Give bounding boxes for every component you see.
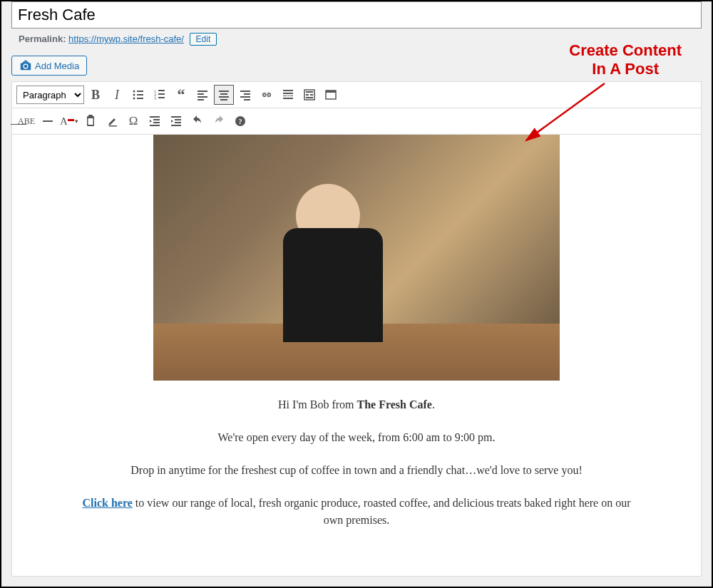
svg-rect-22 [244, 93, 250, 95]
special-char-button[interactable]: Ω [123, 111, 143, 131]
link-button[interactable] [257, 85, 277, 105]
svg-point-1 [133, 91, 135, 93]
editor-content-area[interactable]: Hi I'm Bob from The Fresh Cafe. We're op… [11, 135, 702, 577]
horizontal-rule-button[interactable] [38, 111, 58, 131]
svg-rect-23 [240, 96, 250, 98]
strikethrough-button[interactable]: ABE [16, 111, 36, 131]
post-paragraph-4[interactable]: Click here to view our range of local, f… [76, 495, 637, 529]
svg-rect-44 [153, 122, 160, 123]
add-media-label: Add Media [35, 61, 79, 71]
insert-more-button[interactable] [278, 85, 298, 105]
align-left-button[interactable] [193, 85, 212, 105]
svg-rect-2 [137, 91, 143, 92]
svg-rect-34 [310, 94, 313, 96]
svg-rect-8 [158, 90, 165, 91]
text-color-button[interactable]: A▾ [59, 111, 79, 131]
post-paragraph-1[interactable]: Hi I'm Bob from The Fresh Cafe. [76, 396, 637, 413]
svg-rect-17 [219, 91, 229, 92]
svg-rect-38 [43, 120, 53, 122]
bold-button[interactable]: B [86, 85, 106, 105]
svg-rect-6 [137, 98, 143, 99]
undo-button[interactable] [188, 111, 207, 131]
svg-rect-48 [175, 122, 181, 123]
svg-rect-4 [137, 94, 143, 96]
add-media-button[interactable]: Add Media [11, 56, 87, 76]
svg-point-5 [133, 98, 135, 100]
svg-rect-43 [153, 119, 160, 120]
outdent-button[interactable] [145, 111, 165, 131]
help-button[interactable]: ? [230, 111, 250, 131]
post-paragraph-2[interactable]: We're open every day of the week, from 6… [76, 429, 637, 446]
svg-rect-24 [244, 99, 250, 100]
svg-rect-35 [306, 97, 313, 98]
svg-rect-49 [171, 125, 181, 126]
svg-rect-40 [88, 115, 93, 117]
svg-rect-25 [283, 90, 293, 91]
align-right-button[interactable] [235, 85, 255, 105]
svg-rect-28 [287, 96, 289, 96]
svg-rect-46 [171, 116, 181, 118]
post-image[interactable] [153, 135, 560, 381]
svg-rect-12 [158, 97, 165, 98]
svg-rect-45 [150, 125, 160, 126]
italic-button[interactable]: I [107, 85, 127, 105]
svg-rect-37 [326, 91, 336, 93]
svg-text:?: ? [239, 118, 242, 125]
svg-rect-30 [283, 98, 293, 99]
svg-rect-32 [306, 91, 313, 93]
post-title-input[interactable] [11, 1, 702, 29]
svg-rect-29 [290, 96, 293, 96]
svg-rect-20 [220, 99, 227, 100]
bullet-list-button[interactable] [128, 85, 148, 105]
permalink-label: Permalink: [19, 33, 66, 44]
svg-rect-27 [283, 96, 287, 96]
clear-formatting-button[interactable] [102, 111, 122, 131]
editor-toolbar: Paragraph B I 123 “ ABE A▾ Ω ? [11, 81, 702, 135]
format-select[interactable]: Paragraph [16, 86, 84, 104]
svg-text:3: 3 [154, 96, 156, 100]
svg-rect-33 [306, 94, 309, 96]
svg-rect-10 [158, 93, 165, 95]
post-paragraph-3[interactable]: Drop in anytime for the freshest cup of … [76, 462, 637, 479]
svg-rect-15 [198, 96, 207, 98]
svg-rect-42 [150, 116, 160, 118]
paste-text-button[interactable] [81, 111, 101, 131]
align-center-button[interactable] [214, 85, 234, 105]
camera-icon [19, 59, 32, 72]
redo-button[interactable] [209, 111, 229, 131]
permalink-edit-button[interactable]: Edit [190, 33, 217, 46]
svg-rect-41 [88, 118, 93, 125]
svg-rect-13 [198, 91, 207, 92]
svg-point-0 [22, 63, 24, 65]
toolbar-toggle-button[interactable] [299, 85, 319, 105]
svg-rect-16 [198, 99, 204, 100]
svg-rect-18 [220, 93, 227, 95]
permalink-row: Permalink: https://mywp.site/fresh-cafe/… [1, 29, 712, 47]
blockquote-button[interactable]: “ [171, 85, 191, 105]
indent-button[interactable] [166, 111, 186, 131]
svg-rect-21 [240, 91, 250, 92]
fullscreen-button[interactable] [321, 85, 341, 105]
numbered-list-button[interactable]: 123 [150, 85, 170, 105]
svg-rect-19 [219, 96, 229, 98]
svg-rect-14 [198, 93, 204, 95]
svg-rect-47 [175, 119, 181, 120]
click-here-link[interactable]: Click here [82, 497, 132, 509]
permalink-url[interactable]: https://mywp.site/fresh-cafe/ [68, 33, 184, 44]
svg-point-3 [133, 94, 135, 96]
svg-rect-26 [283, 93, 293, 94]
